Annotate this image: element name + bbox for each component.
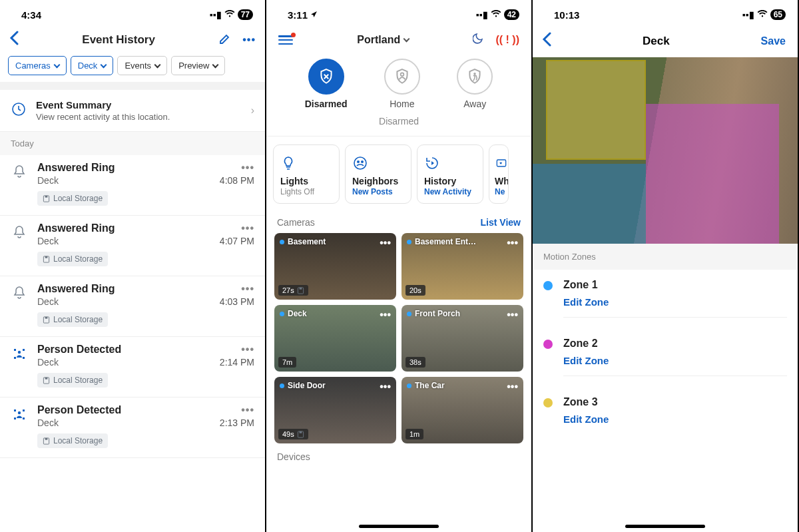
camera-more-icon[interactable]: ••• xyxy=(507,237,518,249)
live-dot-icon xyxy=(280,312,284,316)
camera-more-icon[interactable]: ••• xyxy=(507,309,518,321)
battery-level: 42 xyxy=(504,9,519,20)
camera-more-icon[interactable]: ••• xyxy=(380,309,391,321)
alarm-modes: Disarmed Home Away xyxy=(266,52,531,112)
camera-tile[interactable]: Basement Ent… ••• 20s xyxy=(401,233,523,300)
shortcut-tiles[interactable]: Lights Lights Off Neighbors New Posts Hi… xyxy=(266,136,531,212)
camera-name: Side Door xyxy=(280,381,326,390)
mode-disarmed[interactable]: Disarmed xyxy=(305,59,348,109)
event-more-icon[interactable]: ••• xyxy=(241,404,254,416)
lightbulb-icon xyxy=(280,153,332,173)
notification-dot-icon xyxy=(291,33,296,37)
camera-preview[interactable] xyxy=(533,57,798,244)
siren-icon[interactable]: (( ! )) xyxy=(495,34,519,46)
svg-rect-6 xyxy=(45,316,48,318)
camera-more-icon[interactable]: ••• xyxy=(380,237,391,249)
tile-neighbors[interactable]: Neighbors New Posts xyxy=(345,144,411,204)
event-row[interactable]: Answered Ring ••• Deck 4:03 PM Local Sto… xyxy=(0,276,265,337)
location-selector[interactable]: Portland xyxy=(357,34,409,46)
live-dot-icon xyxy=(407,240,411,244)
svg-point-10 xyxy=(18,411,21,414)
event-row[interactable]: Answered Ring ••• Deck 4:08 PM Local Sto… xyxy=(0,155,265,216)
wifi-icon xyxy=(224,9,235,20)
camera-grid: Basement ••• 27s Basement Ent… ••• 20s D… xyxy=(266,233,531,443)
camera-tile[interactable]: Front Porch ••• 38s xyxy=(401,305,523,372)
page-title: Deck xyxy=(643,35,670,48)
edit-zone-link[interactable]: Edit Zone xyxy=(563,413,787,425)
event-more-icon[interactable]: ••• xyxy=(241,283,254,295)
storage-badge: Local Storage xyxy=(37,252,108,266)
camera-tile[interactable]: The Car ••• 1m xyxy=(401,377,523,443)
camera-tile[interactable]: Deck ••• 7m xyxy=(274,305,396,372)
event-row[interactable]: Person Detected ••• Deck 2:14 PM Local S… xyxy=(0,337,265,398)
svg-rect-4 xyxy=(45,256,48,258)
filter-deck[interactable]: Deck xyxy=(71,56,114,75)
zone-row: Zone 1 Edit Zone xyxy=(533,270,798,328)
section-header-today: Today xyxy=(0,132,265,155)
nav-bar: Deck Save xyxy=(533,27,798,57)
zone-name: Zone 3 xyxy=(563,396,787,408)
chevron-down-icon xyxy=(154,61,161,68)
list-view-link[interactable]: List View xyxy=(481,217,521,228)
mode-away[interactable]: Away xyxy=(457,59,493,109)
camera-name: Front Porch xyxy=(407,309,460,318)
event-row[interactable]: Answered Ring ••• Deck 4:07 PM Local Sto… xyxy=(0,216,265,276)
status-time: 3:11 xyxy=(288,9,318,21)
camera-age-badge: 49s xyxy=(278,429,308,439)
edit-zone-link[interactable]: Edit Zone xyxy=(563,355,787,366)
camera-more-icon[interactable]: ••• xyxy=(380,381,391,393)
person-icon xyxy=(11,344,28,388)
edit-zone-link[interactable]: Edit Zone xyxy=(563,296,787,308)
live-dot-icon xyxy=(280,384,284,388)
live-dot-icon xyxy=(407,384,411,388)
event-location: Deck xyxy=(37,417,59,428)
event-more-icon[interactable]: ••• xyxy=(241,162,254,174)
chevron-down-icon xyxy=(101,61,107,68)
event-row[interactable]: Person Detected ••• Deck 2:13 PM Local S… xyxy=(0,398,265,458)
summary-icon xyxy=(11,101,27,120)
nav-bar: Portland (( ! )) xyxy=(266,27,531,52)
screen-dashboard: 3:11 ▪▪▮ 42 Portland (( ! )) Disarmed xyxy=(266,0,533,532)
camera-tile[interactable]: Side Door ••• 49s xyxy=(274,377,396,443)
filter-events[interactable]: Events xyxy=(117,56,167,75)
tile-partial[interactable]: Wh Ne xyxy=(489,144,509,204)
nav-bar: Event History ••• xyxy=(0,27,265,56)
person-icon xyxy=(11,404,28,448)
filter-preview[interactable]: Preview xyxy=(171,56,225,75)
event-time: 4:03 PM xyxy=(220,296,254,307)
event-location: Deck xyxy=(37,236,59,246)
svg-point-14 xyxy=(474,73,476,75)
event-more-icon[interactable]: ••• xyxy=(241,222,254,234)
event-title: Person Detected xyxy=(37,344,121,356)
zone-name: Zone 2 xyxy=(563,338,787,350)
back-button[interactable] xyxy=(9,31,19,49)
camera-tile[interactable]: Basement ••• 27s xyxy=(274,233,396,300)
zone-overlay-2[interactable] xyxy=(646,104,779,244)
filter-cameras[interactable]: Cameras xyxy=(8,56,67,75)
edit-icon[interactable] xyxy=(218,32,232,48)
zone-overlay-1[interactable] xyxy=(533,164,646,244)
event-summary-row[interactable]: Event Summary View recent activity at th… xyxy=(0,90,265,132)
home-indicator xyxy=(359,525,439,528)
zone-row: Zone 3 Edit Zone xyxy=(533,387,798,445)
menu-button[interactable] xyxy=(278,35,293,45)
zone-color-dot xyxy=(543,340,553,349)
event-location: Deck xyxy=(37,296,59,307)
event-more-icon[interactable]: ••• xyxy=(241,344,254,356)
save-button[interactable]: Save xyxy=(761,35,786,47)
mode-home[interactable]: Home xyxy=(384,59,420,109)
back-button[interactable] xyxy=(542,32,551,51)
more-icon[interactable]: ••• xyxy=(242,34,256,46)
tile-lights[interactable]: Lights Lights Off xyxy=(273,144,340,204)
svg-point-13 xyxy=(401,73,404,76)
snooze-icon[interactable] xyxy=(473,32,486,48)
screen-event-history: 4:34 ▪▪▮ 77 Event History ••• Cameras De… xyxy=(0,0,266,532)
zone-overlay-3[interactable] xyxy=(546,60,646,160)
camera-more-icon[interactable]: ••• xyxy=(507,381,518,393)
wifi-icon xyxy=(757,9,768,20)
tile-history[interactable]: History New Activity xyxy=(417,144,483,204)
chevron-down-icon xyxy=(53,61,60,68)
status-bar: 4:34 ▪▪▮ 77 xyxy=(0,0,265,27)
event-title: Answered Ring xyxy=(37,283,115,295)
event-location: Deck xyxy=(37,357,59,368)
